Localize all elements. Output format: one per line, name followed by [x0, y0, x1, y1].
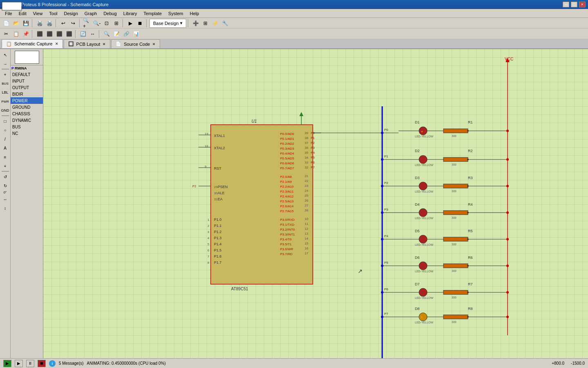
undo-btn[interactable]: ↩: [59, 19, 68, 28]
tab-schematic[interactable]: 📋 Schematic Capture ✕: [2, 39, 63, 48]
power-tool[interactable]: PWR: [1, 97, 9, 105]
component-tool[interactable]: →: [1, 60, 9, 68]
svg-text:P3.6/WR: P3.6/WR: [280, 247, 293, 251]
probe-tool[interactable]: +: [1, 162, 9, 170]
sidebar-item-dynamic[interactable]: DYNAMIC: [11, 117, 43, 123]
sidebar-item-ground[interactable]: GROUND: [11, 104, 43, 110]
zoom-area-btn[interactable]: ⊞: [112, 19, 121, 28]
line-tool[interactable]: /: [1, 135, 9, 143]
new-btn[interactable]: 📄: [2, 19, 11, 28]
sidebar-item-input[interactable]: INPUT: [11, 78, 43, 84]
grid-btn[interactable]: ⊞: [201, 19, 210, 28]
sidebar-item-bidir[interactable]: BIDIR: [11, 91, 43, 97]
align-top-btn[interactable]: ⬛: [55, 29, 64, 38]
add-btn[interactable]: ➕: [191, 19, 200, 28]
close-schematic-tab[interactable]: ✕: [55, 42, 58, 46]
paste-btn[interactable]: 📌: [21, 29, 30, 38]
wire-tool[interactable]: +: [1, 70, 9, 79]
menu-graph[interactable]: Graph: [81, 10, 100, 17]
pause-status-btn[interactable]: ⏸: [26, 360, 34, 367]
schematic-canvas[interactable]: VCC U1 AT89C51 19 XTAL1 18 XTAL2: [43, 49, 588, 358]
flip-v-tool[interactable]: ↕: [1, 204, 9, 212]
sidebar-item-output[interactable]: OUTPUT: [11, 84, 43, 91]
sidebar-item-power[interactable]: POWER: [11, 97, 43, 104]
align-bottom-btn[interactable]: ⬛: [65, 29, 74, 38]
print2-btn[interactable]: 🖨️: [45, 19, 54, 28]
sidebar-item-nc[interactable]: NC: [11, 130, 43, 137]
rect-tool[interactable]: □: [1, 117, 9, 125]
play-status-btn2[interactable]: ▶: [15, 360, 23, 367]
close-pcb-tab[interactable]: ✕: [102, 42, 106, 46]
circle-tool[interactable]: ○: [1, 126, 9, 134]
stop-status-btn[interactable]: ⏹: [38, 360, 46, 367]
bom-btn[interactable]: 📊: [131, 29, 140, 38]
menu-view[interactable]: View: [30, 10, 46, 17]
component-btn[interactable]: 🔧: [220, 19, 229, 28]
save-btn[interactable]: 💾: [21, 19, 30, 28]
cut-btn[interactable]: ✂: [2, 29, 11, 38]
symbol-tool[interactable]: ≡: [1, 153, 9, 161]
maximize-button[interactable]: □: [571, 2, 577, 7]
ground-tool[interactable]: GND: [1, 106, 9, 114]
close-button[interactable]: ✕: [579, 2, 586, 7]
tab-pcb[interactable]: 🔲 PCB Layout ✕: [64, 39, 111, 48]
print-btn[interactable]: 🖨️: [35, 19, 44, 28]
find-btn[interactable]: 🔍: [102, 29, 111, 38]
open-btn[interactable]: 📂: [11, 19, 20, 28]
svg-text:19: 19: [205, 132, 208, 136]
menu-template[interactable]: Template: [140, 10, 165, 17]
rotate-right-tool[interactable]: ↻: [1, 182, 9, 190]
svg-text:P1.4: P1.4: [214, 242, 222, 246]
minimize-button[interactable]: ─: [563, 2, 569, 7]
svg-text:36: 36: [305, 146, 308, 150]
svg-text:25: 25: [305, 194, 308, 197]
align-right-btn[interactable]: ⬛: [45, 29, 54, 38]
annotate-btn[interactable]: 📝: [112, 29, 121, 38]
svg-rect-159: [443, 264, 468, 268]
sidebar-item-default[interactable]: DEFAULT: [11, 71, 43, 78]
label-tool[interactable]: LBL: [1, 88, 9, 96]
zoom-in-btn[interactable]: 🔍+: [82, 19, 91, 28]
stop-btn[interactable]: ⏹: [136, 19, 145, 28]
play-status-btn[interactable]: ▶: [3, 360, 11, 367]
close-source-tab[interactable]: ✕: [152, 42, 156, 46]
tab-bar: 📋 Schematic Capture ✕ 🔲 PCB Layout ✕ 📄 S…: [0, 39, 588, 49]
play-btn[interactable]: ▶: [126, 19, 135, 28]
bus-tool[interactable]: BUS: [1, 79, 9, 88]
mirror-btn[interactable]: ↔: [88, 29, 97, 38]
tab-source[interactable]: 📄 Source Code ✕: [111, 39, 160, 48]
led-d6: D6 LED-YELLOW R6 300: [399, 256, 508, 273]
menu-tool[interactable]: Tool: [46, 10, 60, 17]
netlist-btn[interactable]: 🔗: [122, 29, 131, 38]
select-tool[interactable]: ↖: [1, 51, 9, 59]
menu-design[interactable]: Design: [61, 10, 81, 17]
rotate-left-tool[interactable]: ↺: [1, 173, 9, 181]
redo-btn[interactable]: ↪: [69, 19, 78, 28]
sep6: [188, 19, 189, 27]
zoom-fit-btn[interactable]: ⊡: [102, 19, 111, 28]
titlebar: test001 - Proteus 8 Professional - Schem…: [0, 0, 588, 9]
sep4: [122, 19, 124, 27]
svg-point-129: [467, 185, 469, 187]
svg-text:15: 15: [305, 242, 308, 245]
align-left-btn[interactable]: ⬛: [35, 29, 44, 38]
svg-point-154: [419, 262, 427, 270]
rotate-btn[interactable]: 🔄: [78, 29, 87, 38]
svg-text:P5: P5: [311, 156, 315, 159]
base-design-dropdown[interactable]: Base Design ▾: [149, 19, 186, 28]
svg-text:D2: D2: [415, 149, 420, 153]
sidebar-item-chassis[interactable]: CHASSIS: [11, 110, 43, 117]
menu-system[interactable]: System: [165, 10, 187, 17]
menu-library[interactable]: Library: [120, 10, 140, 17]
svg-point-173: [467, 292, 469, 293]
menu-debug[interactable]: Debug: [100, 10, 120, 17]
flip-h-tool[interactable]: ↔: [1, 195, 9, 203]
sidebar-item-bus[interactable]: BUS: [11, 123, 43, 130]
led-d4: D4 LED-YELLOW R4 300: [399, 202, 508, 220]
wire-btn[interactable]: ⚡: [211, 19, 220, 28]
svg-text:P2.2/A10: P2.2/A10: [280, 185, 294, 188]
menu-help[interactable]: Help: [187, 10, 203, 17]
zoom-out-btn[interactable]: 🔍-: [92, 19, 101, 28]
text-tool[interactable]: A: [1, 144, 9, 152]
copy-btn[interactable]: 📋: [11, 29, 20, 38]
